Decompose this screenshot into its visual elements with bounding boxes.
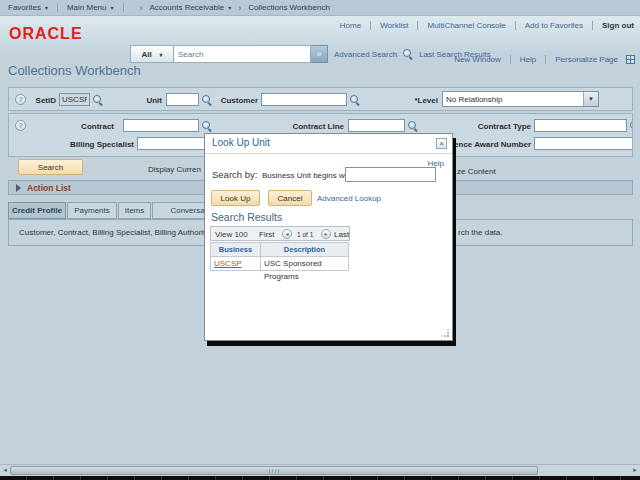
- scroll-right-icon[interactable]: ►: [632, 467, 638, 473]
- lookup-unit-modal: Look Up Unit × Help Search by: Business …: [204, 133, 453, 341]
- level-select-value: No Relationship: [443, 95, 583, 104]
- sign-out-button[interactable]: Sign out: [602, 21, 634, 30]
- separator: [515, 21, 516, 30]
- advanced-lookup-link[interactable]: Advanced Lookup: [317, 194, 381, 203]
- search-button[interactable]: Search: [18, 159, 83, 175]
- nav-worklist[interactable]: Worklist: [380, 21, 408, 30]
- contract-line-field[interactable]: [348, 119, 405, 132]
- contract-type-lookup-icon[interactable]: [630, 121, 633, 131]
- setid-lookup-icon[interactable]: [93, 95, 103, 105]
- personalize-content-link[interactable]: ze Content: [457, 167, 496, 176]
- billing-specialist-label: Billing Specialist: [29, 140, 134, 149]
- help-icon[interactable]: ?: [15, 120, 26, 131]
- taskbar-edge: [0, 476, 640, 480]
- screen: { "glyphs": { "caret": "▾", "crumb_sep":…: [0, 0, 640, 480]
- separator: [417, 21, 418, 30]
- setid-field[interactable]: [59, 93, 90, 106]
- grid-layout-icon[interactable]: [626, 55, 635, 64]
- modal-title: Look Up Unit: [212, 137, 270, 148]
- view-all-link[interactable]: View 100: [215, 230, 248, 239]
- unit-label: Unit: [122, 96, 162, 105]
- contract-type-label: Contract Type: [419, 122, 531, 131]
- award-number-field[interactable]: [534, 137, 633, 150]
- keys-panel: ? SetID Unit Customer *Level No Relation…: [8, 87, 633, 111]
- expand-arrow-icon: [16, 184, 21, 192]
- new-window-link[interactable]: New Window: [454, 55, 501, 64]
- banner: ORACLE Home Worklist MultiChannel Consol…: [0, 16, 640, 52]
- separator: [57, 3, 58, 12]
- contract-type-field[interactable]: [534, 119, 627, 132]
- scrollbar-thumb[interactable]: [10, 466, 538, 475]
- search-scope-dropdown[interactable]: All ▾: [130, 45, 174, 63]
- separator: [545, 55, 546, 64]
- table-row: USCSP USC Sponsored Programs: [211, 257, 349, 271]
- breadcrumb-main-menu-label: Main Menu: [67, 3, 107, 12]
- pager-page-indicator: 1 of 1: [297, 231, 313, 238]
- contract-field[interactable]: [123, 119, 199, 132]
- search-input[interactable]: [174, 45, 311, 63]
- search-scope-value: All: [141, 50, 151, 59]
- results-table-header: Business Unit Description: [211, 243, 349, 257]
- pager-first-link[interactable]: First: [259, 230, 275, 239]
- instruction-text-left: Customer, Contract, Billing Specialist, …: [19, 228, 211, 237]
- criteria-label: Business Unit begins with: [262, 171, 353, 180]
- search-by-label: Search by:: [212, 169, 257, 180]
- results-table: Business Unit Description USCSP USC Spon…: [210, 242, 349, 271]
- personalize-page-link[interactable]: Personalize Page: [555, 55, 618, 64]
- tab-items[interactable]: Items: [118, 202, 151, 219]
- pager-next-icon[interactable]: ►: [321, 229, 331, 239]
- tab-payments[interactable]: Payments: [67, 202, 117, 219]
- breadcrumb-collections-workbench[interactable]: Collections Workbench: [248, 3, 330, 12]
- chevron-down-icon: ▾: [111, 4, 114, 11]
- breadcrumb-main-menu[interactable]: Main Menu ▾: [67, 3, 114, 12]
- nav-add-to-favorites[interactable]: Add to Favorites: [525, 21, 583, 30]
- level-select[interactable]: No Relationship ▼: [442, 91, 599, 107]
- horizontal-scrollbar[interactable]: ◄ ►: [0, 464, 640, 476]
- tab-credit-profile[interactable]: Credit Profile: [8, 202, 66, 219]
- action-list-label: Action List: [27, 183, 71, 193]
- scroll-left-icon[interactable]: ◄: [2, 467, 8, 473]
- page-links: New Window Help Personalize Page: [454, 55, 635, 64]
- results-pager: View 100 First ◄ 1 of 1 ► Last: [210, 226, 350, 241]
- business-unit-input[interactable]: [345, 167, 436, 182]
- breadcrumb-favorites[interactable]: Favorites ▾: [8, 3, 48, 12]
- contract-lookup-icon[interactable]: [202, 121, 212, 131]
- breadcrumb-favorites-label: Favorites: [8, 3, 41, 12]
- cancel-button[interactable]: Cancel: [268, 190, 312, 206]
- close-icon[interactable]: ×: [436, 138, 447, 149]
- search-go-button[interactable]: »: [311, 45, 328, 63]
- resize-grip-icon[interactable]: [441, 329, 449, 337]
- separator: [592, 21, 593, 30]
- pager-prev-icon[interactable]: ◄: [282, 229, 292, 239]
- unit-field[interactable]: [166, 93, 199, 106]
- instruction-text-right: rch the data.: [458, 228, 502, 237]
- setid-label: SetID: [19, 96, 56, 105]
- breadcrumb-arrow-icon: ›: [140, 3, 143, 13]
- result-unit-link[interactable]: USCSP: [214, 259, 242, 268]
- customer-field[interactable]: [261, 93, 347, 106]
- last-search-results-icon: [403, 49, 413, 59]
- contract-line-lookup-icon[interactable]: [408, 121, 418, 131]
- breadcrumb-accounts-receivable-label: Accounts Receivable: [150, 3, 225, 12]
- oracle-logo: ORACLE: [9, 25, 83, 43]
- customer-label: Customer: [209, 96, 258, 105]
- column-business-unit: Business Unit: [211, 243, 261, 257]
- nav-home[interactable]: Home: [340, 21, 361, 30]
- pager-last-link[interactable]: Last: [334, 230, 349, 239]
- search-results-title: Search Results: [211, 211, 282, 223]
- column-description: Description: [261, 243, 349, 257]
- separator: [123, 3, 124, 12]
- page-title: Collections Workbench: [8, 63, 141, 78]
- breadcrumb-arrow-icon: ›: [238, 3, 241, 13]
- nav-multichannel-console[interactable]: MultiChannel Console: [427, 21, 505, 30]
- breadcrumb: Favorites ▾ Main Menu ▾ › Accounts Recei…: [0, 0, 640, 16]
- customer-lookup-icon[interactable]: [350, 95, 360, 105]
- advanced-search-link[interactable]: Advanced Search: [334, 50, 397, 59]
- look-up-button[interactable]: Look Up: [211, 190, 260, 206]
- top-nav: Home Worklist MultiChannel Console Add t…: [340, 19, 634, 31]
- help-link[interactable]: Help: [520, 55, 536, 64]
- breadcrumb-collections-workbench-label: Collections Workbench: [248, 3, 330, 12]
- contract-label: Contract: [29, 122, 114, 131]
- breadcrumb-accounts-receivable[interactable]: Accounts Receivable ▾: [150, 3, 232, 12]
- chevron-down-icon: ▾: [45, 4, 48, 11]
